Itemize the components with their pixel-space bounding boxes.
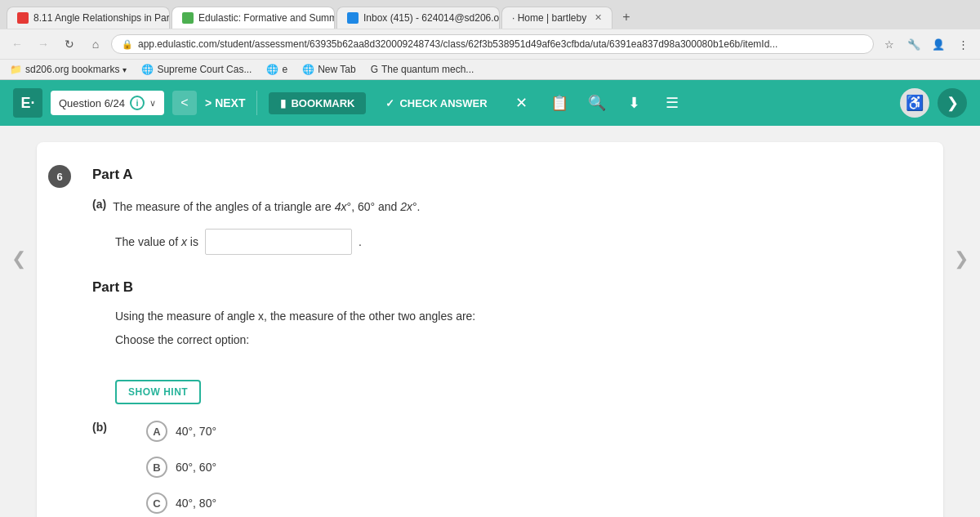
option-c-circle: C [146,492,167,514]
tab-bartleby[interactable]: · Home | bartleby ✕ [501,7,612,29]
extension-button1[interactable]: 🔧 [903,33,924,55]
part-a-question-text: The measure of the angles of a triangle … [113,198,420,216]
bookmarks-bar: 📁 sd206.org bookmarks ▾ 🌐 Supreme Court … [0,59,980,79]
part-b-label: (b) [92,421,107,434]
show-hint-button[interactable]: SHOW HINT [115,380,201,404]
close-button[interactable]: ✕ [507,88,537,118]
profile-button[interactable]: 👤 [928,33,949,55]
question-selector[interactable]: Question 6/24 i ∨ [51,91,164,115]
part-a-label: (a) [92,198,106,211]
search-button[interactable]: 🔍 [582,88,612,118]
address-bar: ← → ↻ ⌂ 🔒 app.edulastic.com/student/asse… [0,29,980,59]
option-b-row[interactable]: B 60°, 60° [146,457,216,478]
reload-button[interactable]: ↻ [59,33,80,55]
option-a-text: 40°, 70° [176,425,216,438]
answer-prefix-text: The value of x is [115,233,198,251]
option-a-circle: A [146,421,167,442]
bookmark-quantum-label: The quantum mech... [381,64,474,75]
next-label: NEXT [215,96,245,109]
prev-question-button[interactable]: < [172,91,197,115]
star-button[interactable]: ☆ [879,33,900,55]
app-header: E· Question 6/24 i ∨ < > NEXT ▮ BOOKMARK… [0,80,980,126]
bookmark-newtab-icon: 🌐 [302,64,314,75]
bookmark-sd206-label: sd206.org bookmarks [25,64,119,75]
tab-label-bartleby: · Home | bartleby [512,12,586,24]
answer-input[interactable] [205,229,352,255]
part-b-options-section: (b) A 40°, 70° B 60°, 60° [92,421,911,517]
forward-button[interactable]: → [33,33,54,55]
bookmark-quantum[interactable]: G The quantum mech... [368,62,478,77]
option-b-text: 60°, 60° [176,461,216,474]
part-b-title: Part B [92,279,911,296]
accessibility-icon: ♿ [906,94,924,112]
main-content: 6 Part A (a) The measure of the angles o… [20,126,960,517]
menu-icon: ☰ [666,94,679,112]
accessibility-button[interactable]: ♿ [900,88,929,118]
scratch-pad-button[interactable]: 📋 [545,88,574,118]
bookmark-e[interactable]: 🌐 e [263,62,291,77]
back-button[interactable]: ← [7,33,28,55]
address-actions: ☆ 🔧 👤 ⋮ [879,33,973,55]
next-question-button[interactable]: > NEXT [205,96,246,109]
tab-label-formative: Edulastic: Formative and Summ [198,12,335,24]
new-tab-button[interactable]: + [614,5,638,29]
edulastic-logo: E· [13,88,42,118]
url-text: app.edulastic.com/student/assessment/639… [138,38,777,50]
option-a-row[interactable]: A 40°, 70° [146,421,216,442]
bookmark-label: BOOKMARK [291,97,354,109]
tab-icon-inbox [347,12,359,24]
question-number-badge: 6 [48,165,71,188]
menu-button[interactable]: ☰ [657,88,687,118]
left-arrow-icon: ❮ [11,248,26,269]
bookmark-newtab-label: New Tab [318,64,355,75]
tab-label-inbox: Inbox (415) - 624014@sd206.or [363,12,500,24]
question-chevron-icon: ∨ [149,98,156,109]
download-button[interactable]: ⬇ [620,88,649,118]
right-arrow-icon: ❯ [954,248,969,269]
tab-inbox[interactable]: Inbox (415) - 624014@sd206.or ✕ [336,7,500,29]
check-answer-button[interactable]: ✓ CHECK ANSWER [374,92,498,114]
tab-icon-formative [182,12,194,24]
bookmark-sd206-icon: 📁 [10,64,22,75]
bookmark-supreme-icon: 🌐 [141,64,154,75]
question-info-icon[interactable]: i [130,96,145,110]
bookmark-supreme[interactable]: 🌐 Supreme Court Cas... [138,62,255,77]
url-bar[interactable]: 🔒 app.edulastic.com/student/assessment/6… [111,34,874,54]
part-a-title: Part A [92,167,911,183]
header-divider [256,91,257,115]
bookmark-button[interactable]: ▮ BOOKMARK [269,92,366,114]
tab-close-bartleby[interactable]: ✕ [595,12,602,23]
options-container: A 40°, 70° B 60°, 60° C 40 [146,421,216,517]
bookmark-newtab[interactable]: 🌐 New Tab [299,62,359,77]
bookmark-icon: ▮ [280,97,286,109]
part-b-text1: Using the measure of angle x, the measur… [115,307,475,325]
user-nav-button[interactable]: ❯ [938,88,967,118]
option-b-circle: B [146,457,167,478]
question-card: 6 Part A (a) The measure of the angles o… [37,142,943,517]
option-a-letter: A [153,426,160,438]
bookmark-sd206[interactable]: 📁 sd206.org bookmarks ▾ [7,62,130,77]
option-b-letter: B [153,461,160,474]
option-c-letter: C [153,497,160,510]
tab-bar: 8.11 Angle Relationships in Para ✕ Edula… [0,0,980,29]
more-button[interactable]: ⋮ [952,33,973,55]
side-arrow-left[interactable]: ❮ [3,240,34,278]
prev-arrow-icon: < [180,96,188,110]
bookmark-quantum-icon: G [371,64,378,75]
option-c-row[interactable]: C 40°, 80° [146,492,216,514]
check-answer-label: CHECK ANSWER [399,97,487,109]
tab-edulastic-angle[interactable]: 8.11 Angle Relationships in Para ✕ [7,7,170,29]
tab-label-angle: 8.11 Angle Relationships in Para [33,12,170,24]
part-b-question-row: Using the measure of angle x, the measur… [92,307,911,354]
side-arrow-right[interactable]: ❯ [946,240,977,278]
close-icon: ✕ [515,94,528,112]
tab-edulastic-formative[interactable]: Edulastic: Formative and Summ ✕ [172,7,335,29]
lock-icon: 🔒 [122,39,133,50]
user-nav-icon: ❯ [947,94,959,112]
download-icon: ⬇ [628,94,640,112]
tab-icon-angle [17,12,29,24]
home-button[interactable]: ⌂ [85,33,106,55]
bookmark-supreme-label: Supreme Court Cas... [157,64,252,75]
browser-chrome: 8.11 Angle Relationships in Para ✕ Edula… [0,0,980,80]
answer-period: . [359,235,362,248]
